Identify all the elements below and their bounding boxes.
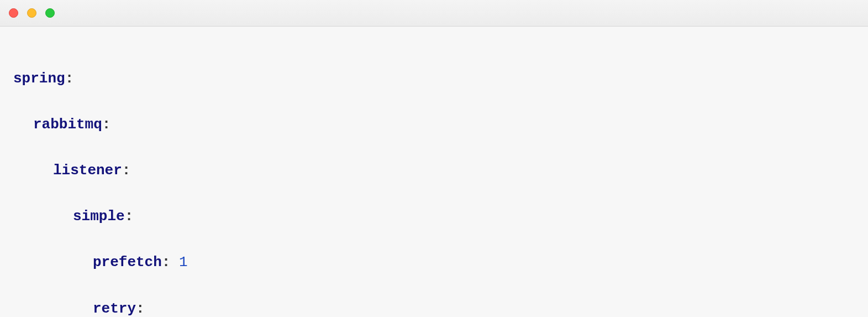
- window-title-bar: [0, 0, 868, 27]
- yaml-key-listener: listener: [53, 162, 122, 179]
- window-minimize-button[interactable]: [27, 8, 36, 18]
- window-zoom-button[interactable]: [45, 8, 55, 18]
- yaml-key-retry: retry: [93, 300, 136, 317]
- yaml-value-prefetch: 1: [179, 254, 188, 271]
- yaml-key-rabbitmq: rabbitmq: [33, 116, 102, 133]
- code-editor[interactable]: spring: rabbitmq: listener: simple: pref…: [0, 27, 868, 317]
- yaml-key-simple: simple: [73, 208, 125, 225]
- yaml-key-prefetch: prefetch: [93, 254, 162, 271]
- yaml-key-spring: spring: [13, 70, 65, 87]
- window-close-button[interactable]: [9, 8, 18, 18]
